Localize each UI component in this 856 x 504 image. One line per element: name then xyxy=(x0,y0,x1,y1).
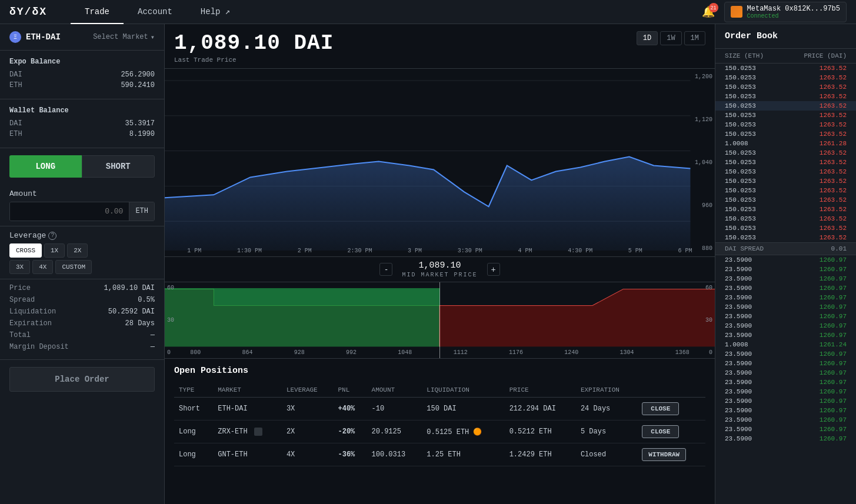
place-order-button[interactable]: Place Order xyxy=(9,367,155,392)
leverage-custom-button[interactable]: CUSTOM xyxy=(55,260,92,274)
sell-order-row[interactable]: 150.02531263.52 xyxy=(715,64,856,73)
sell-orders: 150.02531263.52 150.02531263.52 150.0253… xyxy=(715,64,856,242)
leverage-4x-button[interactable]: 4X xyxy=(32,260,53,274)
nav-tabs: Trade Account Help ↗ xyxy=(71,0,702,24)
row1-close-button[interactable]: CLOSE xyxy=(642,402,679,415)
sell-order-row[interactable]: 150.02531263.52 xyxy=(715,233,856,242)
expo-balance-section: Expo Balance DAI 256.2900 ETH 590.2410 xyxy=(0,51,164,99)
row2-leverage: 2X xyxy=(282,420,334,443)
sell-order-row[interactable]: 150.02531263.52 xyxy=(715,111,856,120)
orderbook-size-header: SIZE (ETH) xyxy=(725,52,764,59)
leverage-help-icon[interactable]: ? xyxy=(48,232,56,240)
sell-order-row[interactable]: 150.02531263.52 xyxy=(715,82,856,92)
row3-withdraw-button[interactable]: WITHDRAW xyxy=(642,448,686,461)
buy-order-row[interactable]: 23.59001260.97 xyxy=(715,368,856,378)
buy-order-row[interactable]: 23.59001260.97 xyxy=(715,274,856,283)
col-market: MARKET xyxy=(213,383,282,398)
wallet-eth-value: 8.1990 xyxy=(129,130,155,138)
sell-order-row[interactable]: 150.02531263.52 xyxy=(715,223,856,233)
table-row: Short ETH-DAI 3X +40% -10 150 DAI 212.29… xyxy=(174,398,705,420)
sell-order-row[interactable]: 150.02531263.52 xyxy=(715,158,856,167)
buy-order-row[interactable]: 23.59001260.97 xyxy=(715,378,856,387)
liquidation-label: Liquidation xyxy=(9,308,56,316)
wallet-dai-value: 35.3917 xyxy=(125,119,155,128)
buy-order-row[interactable]: 23.59001260.97 xyxy=(715,425,856,434)
sell-order-row[interactable]: 150.02531263.52 xyxy=(715,176,856,186)
row2-pnl: -20% xyxy=(334,420,367,443)
buy-order-row[interactable]: 23.59001260.97 xyxy=(715,265,856,274)
mid-price-plus-button[interactable]: + xyxy=(487,263,500,276)
row2-edit-icon[interactable] xyxy=(254,428,262,436)
sell-order-row[interactable]: 150.02531263.52 xyxy=(715,120,856,129)
buy-order-row[interactable]: 23.59001260.97 xyxy=(715,434,856,443)
sell-order-row[interactable]: 150.02531263.52 xyxy=(715,92,856,101)
row3-pnl: -36% xyxy=(334,443,367,466)
amount-label: Amount xyxy=(9,189,155,198)
metamask-button[interactable]: MetaMask 0x812K...97b5 Connected xyxy=(724,2,847,22)
current-price: 1,089.10 DAI xyxy=(174,31,334,55)
short-button[interactable]: SHORT xyxy=(82,155,155,178)
expiration-value: 28 Days xyxy=(125,319,155,328)
buy-order-row[interactable]: 23.59001260.97 xyxy=(715,415,856,425)
sell-order-row[interactable]: 150.02531263.52 xyxy=(715,148,856,158)
buy-order-row[interactable]: 23.59001260.97 xyxy=(715,331,856,340)
liquidation-value: 50.2592 DAI xyxy=(108,308,155,316)
row3-price: 1.2429 ETH xyxy=(505,443,576,466)
select-market-button[interactable]: Select Market ▾ xyxy=(93,33,155,42)
line-chart-container: 1,200 1,120 1,040 960 880 1 PM 1:30 PM 2… xyxy=(165,69,715,257)
buy-order-row[interactable]: 1.00081261.24 xyxy=(715,340,856,349)
row2-liquidation: 0.5125 ETH 🟠 xyxy=(422,420,504,443)
buy-order-row[interactable]: 23.59001260.97 xyxy=(715,283,856,293)
leverage-2x-button[interactable]: 2X xyxy=(67,243,88,258)
leverage-3x-button[interactable]: 3X xyxy=(9,260,30,274)
notification-button[interactable]: 🔔 21 xyxy=(702,5,715,18)
time-1m-button[interactable]: 1M xyxy=(684,31,705,45)
sell-order-row[interactable]: 150.02531263.52 xyxy=(715,73,856,82)
long-button[interactable]: LONG xyxy=(9,155,82,178)
nav-tab-trade[interactable]: Trade xyxy=(71,0,124,24)
sell-order-row-highlight[interactable]: 150.02531263.52 xyxy=(715,101,856,111)
row2-close-button[interactable]: CLOSE xyxy=(642,425,679,438)
nav-tab-account[interactable]: Account xyxy=(124,0,186,24)
buy-order-row[interactable]: 23.59001260.97 xyxy=(715,302,856,312)
row3-amount: 100.0313 xyxy=(367,443,422,466)
sell-order-row[interactable]: 150.02531263.52 xyxy=(715,214,856,223)
sell-order-row[interactable]: 150.02531263.52 xyxy=(715,195,856,205)
buy-order-row[interactable]: 23.59001260.97 xyxy=(715,312,856,321)
nav-tab-help[interactable]: Help ↗ xyxy=(186,0,244,24)
buy-order-row[interactable]: 23.59001260.97 xyxy=(715,396,856,406)
buy-order-row[interactable]: 23.59001260.97 xyxy=(715,406,856,415)
amount-input-row: ETH xyxy=(9,202,155,221)
sell-order-row[interactable]: 1.00081261.28 xyxy=(715,139,856,148)
expo-dai-row: DAI 256.2900 xyxy=(9,71,155,79)
total-value: — xyxy=(151,331,155,339)
buy-order-row[interactable]: 23.59001260.97 xyxy=(715,255,856,265)
spread-label: DAI SPREAD xyxy=(725,245,764,252)
positions-thead: TYPE MARKET LEVERAGE PNL AMOUNT LIQUIDAT… xyxy=(174,383,705,398)
wallet-balance-title: Wallet Balance xyxy=(9,106,155,115)
eth-icon: Ξ xyxy=(9,31,21,43)
buy-order-row[interactable]: 23.59001260.97 xyxy=(715,387,856,396)
margin-deposit-row: Margin Deposit — xyxy=(9,343,155,351)
time-1d-button[interactable]: 1D xyxy=(637,31,658,45)
spread-row: Spread 0.5% xyxy=(9,296,155,304)
price-label: Price xyxy=(9,284,31,292)
margin-deposit-value: — xyxy=(151,343,155,351)
amount-input[interactable] xyxy=(10,202,129,221)
wallet-dai-row: DAI 35.3917 xyxy=(9,119,155,128)
buy-order-row[interactable]: 23.59001260.97 xyxy=(715,359,856,368)
sell-order-row[interactable]: 150.02531263.52 xyxy=(715,167,856,176)
sell-order-row[interactable]: 150.02531263.52 xyxy=(715,129,856,139)
orderbook-price-header: PRICE (DAI) xyxy=(804,52,847,59)
mid-price-minus-button[interactable]: - xyxy=(379,263,392,276)
sell-order-row[interactable]: 150.02531263.52 xyxy=(715,186,856,195)
row1-pnl: +40% xyxy=(334,398,367,420)
sell-order-row[interactable]: 150.02531263.52 xyxy=(715,205,856,214)
buy-order-row[interactable]: 23.59001260.97 xyxy=(715,321,856,331)
buy-order-row[interactable]: 23.59001260.97 xyxy=(715,293,856,302)
buy-order-row[interactable]: 23.59001260.97 xyxy=(715,349,856,359)
leverage-1x-button[interactable]: 1X xyxy=(44,243,65,258)
leverage-cross-button[interactable]: CROSS xyxy=(9,243,42,258)
col-liquidation: LIQUIDATION xyxy=(422,383,504,398)
time-1w-button[interactable]: 1W xyxy=(660,31,681,45)
